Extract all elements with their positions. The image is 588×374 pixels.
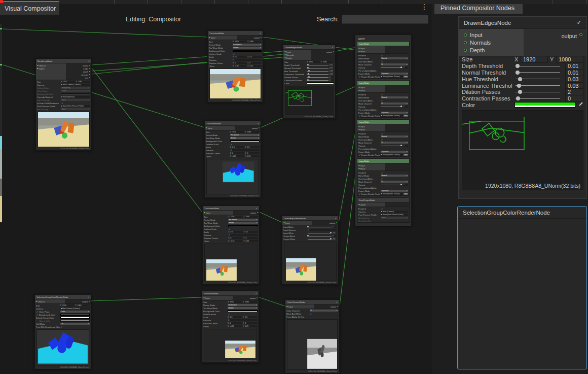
canvas-node-layer-4-slider-handle[interactable] [400,184,402,185]
canvas-node-levels-title-bar[interactable]: LevelsAdjustmentNode✓ [282,216,338,221]
canvas-node-transform-1-output-port-output[interactable]: output [237,36,263,39]
canvas-node-transform-2-field-rotation[interactable]: 0 [230,149,260,151]
canvas-node-transform-1-field-rotation[interactable]: 0 [233,59,262,61]
canvas-node-drawn-edges-x-field-size[interactable]: 1920 [309,61,320,63]
canvas-node-layer-1-slider-handle[interactable] [400,66,402,68]
canvas-node-transform-4-x-field-offset[interactable]: -0.25 [230,325,243,327]
canvas-node-transform-2-y-field-scale[interactable]: 0.5 [247,146,260,148]
canvas-node-layer-2-slider-opacity[interactable] [381,107,402,107]
slider-handle[interactable] [518,77,522,81]
edge-color-swatch[interactable] [514,102,576,108]
canvas-node-drawn-edges-title-bar[interactable]: DrawnEdgesNode✓ [283,45,335,50]
canvas-node-transform-3[interactable]: TransformNode✓InputoutputSizeX1920Y1080R… [202,206,260,285]
input-port-depth[interactable]: Depth [459,46,524,54]
canvas-node-transform-1-y-field-rotation-center[interactable]: 0 [249,62,262,64]
canvas-node-levels-slider-output-black[interactable] [308,236,332,236]
canvas-node-transform-2-x-field-rotation-center[interactable]: 0 [232,152,244,154]
size-x-field[interactable]: 1920 [521,56,548,63]
canvas-node-layer-2-slider-handle[interactable] [400,106,402,107]
canvas-node-drawn-edges-slider-handle[interactable] [308,76,310,78]
canvas-node-transform-4-y-field-scale[interactable]: 0.5 [244,316,258,318]
canvas-node-transform-1-x-field-offset[interactable]: -0.25 [234,65,247,67]
canvas-node-layer-3-checkbox-export-render-texture[interactable]: ✓ [358,154,361,156]
canvas-node-layer-3-slider-opacity[interactable] [381,146,402,146]
canvas-node-layer-1-slider-value[interactable]: 1 [403,66,408,69]
canvas-node-transform-3-enabled-checkbox[interactable]: ✓ [256,207,258,210]
canvas-node-selection-group-input-port-objects[interactable]: Objects [35,300,65,303]
canvas-node-layer-4-checkbox-use-input-alpha[interactable]: ✓ [381,178,383,180]
canvas-node-transform-1-title-bar[interactable]: TransformNode✓ [208,31,263,36]
canvas-node-layer-1-object-field-export-render-texture[interactable]: None (Render Texture) [381,76,403,78]
canvas-node-final-output-input-port-depth[interactable]: depth [357,203,385,206]
canvas-node-transform-2-title-bar[interactable]: TransformNode✓ [205,121,261,126]
canvas-node-drawn-edges-slider-value[interactable]: 0.03 [329,73,334,75]
canvas-node-layer-1-slider-opacity[interactable] [381,67,402,68]
canvas-node-transform-2-x-field-size[interactable]: 1920 [232,131,244,133]
canvas-node-layer-3-object-field-export-render-texture[interactable]: None (Render Texture) [381,154,403,156]
canvas-node-levels-slider-input-white[interactable] [308,233,332,233]
canvas-node-rendering[interactable]: RenderingNode✓ObjectsLightsoutputn-obsde… [35,58,92,151]
canvas-node-layer-1[interactable]: LayerNodeInputMaskEnabled✓Blend ModeNorm… [357,41,410,79]
canvas-node-transform-2-input-port-input[interactable]: Input [205,126,235,129]
canvas-node-layer-4-dropdown-mask-channel[interactable]: R▾ [381,181,408,183]
canvas-node-drawn-edges-color-swatch-color[interactable] [307,82,334,84]
canvas-node-layer-1-dropdown-mask-channel[interactable]: R▾ [381,63,408,65]
kebab-menu-icon[interactable]: ⋮ [421,3,428,11]
canvas-node-drawn-edges-slider-value[interactable]: 0.01 [329,67,334,69]
canvas-node-transform-4-x-field-rotation-center[interactable]: 0 [230,322,243,324]
canvas-node-levels-slider-input-black[interactable] [308,227,332,227]
canvas-node-transform-3-x-field-rotation-center[interactable]: 0 [230,237,243,239]
canvas-node-transform-3-checkbox-uniform-scale[interactable]: ✓ [228,228,231,230]
canvas-node-drawn-edges-slider-handle[interactable] [307,67,309,69]
canvas-node-drawn-edges-slider-handle[interactable] [307,64,309,65]
canvas-node-layer-3-title-bar[interactable]: LayerNode [357,120,409,124]
canvas-node-rendering-object-field-post-process-profile[interactable]: None (Post Process Profile) [61,105,90,107]
canvas-node-layer-1-new-button[interactable]: New [403,76,408,78]
canvas-node-transform-3-title-bar[interactable]: TransformNode✓ [203,206,259,211]
slider-luminance-threshold[interactable] [516,85,560,86]
canvas-node-selection-group-object-field-camera[interactable]: Main Camera (Camera) [60,308,90,310]
canvas-node-drawn-edges-slider-handle[interactable] [308,73,309,75]
canvas-node-color-channel-enabled-checkbox[interactable]: ✓ [336,301,338,303]
canvas-node-color-channel[interactable]: ColorChannelNode✓InputoutputColor Channe… [285,299,340,373]
canvas-node-rendering-dropdown-anti-aliasing[interactable]: None▾ [61,108,90,110]
canvas-node-transform-3-color-swatch-background-color[interactable] [228,225,258,227]
canvas-node-drawn-edges-slider-value[interactable]: 0 [329,79,334,81]
canvas-node-transform-4-output-port-output[interactable]: output [233,296,259,299]
canvas-node-drawn-edges-slider-contraction-passes[interactable] [307,80,328,81]
canvas-node-layer-3-input-port-mask[interactable]: Mask [357,128,385,131]
canvas-node-transform-2-y-field-offset[interactable]: 0.25 [247,155,260,157]
canvas-node-rendering-input-port-lights[interactable]: Lights [36,67,66,70]
canvas-node-layer-4-checkbox-export-render-texture[interactable]: ✓ [358,193,361,195]
canvas-node-layer-3-slider-handle[interactable] [400,145,402,146]
canvas-node-selection-group-dropdown-cull-mode[interactable]: Off▾ [60,323,90,325]
canvas-node-layer-4-dropdown-export-mode[interactable]: Separate▾ [381,190,408,192]
canvas-node-drawn-edges-y-field-size[interactable]: 1080 [322,61,334,63]
canvas-node-transform-3-y-field-size[interactable]: 1080 [245,216,258,218]
canvas-node-rendering-enabled-checkbox[interactable]: ✓ [88,60,90,62]
canvas-node-layer-1-input-port-mask[interactable]: Mask [357,50,385,53]
canvas-node-layer-2-title-bar[interactable]: LayerNode [357,81,409,85]
slider-normal-threshold[interactable] [516,72,560,73]
canvas-node-drawn-edges-slider-handle[interactable] [307,79,309,81]
canvas-node-transform-2[interactable]: TransformNode✓InputoutputSizeX1920Y1080R… [204,121,261,198]
canvas-node-transform-1[interactable]: TransformNode✓InputoutputSizeX1920Y1080R… [207,30,263,103]
canvas-node-layer-2-slider-value[interactable]: 1 [403,106,408,108]
canvas-node-transform-4-field-rotation[interactable]: 0 [228,319,258,321]
canvas-node-layer-4-checkbox-enabled[interactable]: ✓ [381,172,383,174]
canvas-node-layers-group[interactable]: LayersLayerNodeInputMaskEnabled✓Blend Mo… [355,35,412,226]
canvas-node-layer-3-checkbox-use-input-alpha[interactable]: ✓ [381,139,383,141]
canvas-node-layer-1-title-bar[interactable]: LayerNode [357,42,409,46]
canvas-node-final-output-checkbox-enabled[interactable]: ✓ [381,208,383,210]
canvas-node-selection-group-x-field-size[interactable]: 1920 [62,304,75,307]
canvas-node-transform-4-input-port-input[interactable]: Input [202,296,233,299]
canvas-node-transform-1-checkbox-uniform-scale[interactable]: ✓ [233,53,235,55]
canvas-node-rendering-object-field-camera[interactable]: Main Camera (Camera) [61,84,90,86]
canvas-node-transform-4-checkbox-uniform-scale[interactable]: ✓ [228,313,230,316]
canvas-node-layer-1-checkbox-export-render-texture[interactable]: ✓ [358,76,361,78]
canvas-node-layer-2-checkbox-enabled[interactable]: ✓ [381,93,383,96]
canvas-node-selection-group-output-port-output[interactable]: output [65,300,91,303]
input-port-normals[interactable]: Normals [459,39,524,46]
slider-contraction-passes[interactable] [516,98,560,99]
canvas-node-transform-1-y-field-offset[interactable]: 0.25 [249,65,262,67]
